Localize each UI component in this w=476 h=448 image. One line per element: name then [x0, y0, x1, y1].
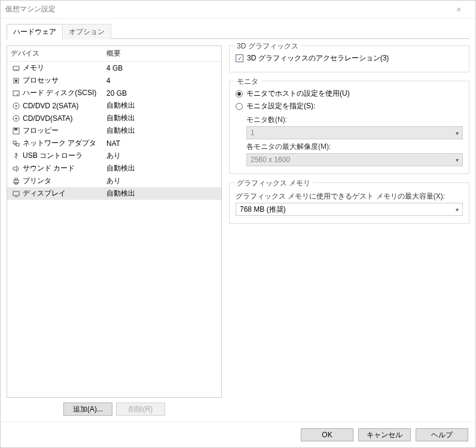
radio-use-host[interactable] [236, 90, 243, 97]
group-monitor: モニタ モニタでホストの設定を使用(U) モニタ設定を指定(S): モニタ数(N… [229, 81, 469, 174]
select-max-resolution: 2560 x 1600 ▾ [246, 153, 463, 166]
svg-rect-14 [13, 141, 16, 144]
tabs: ハードウェア オプション [1, 19, 475, 39]
device-summary: 自動検出 [106, 126, 218, 136]
device-name: CD/DVD(SATA) [23, 114, 73, 123]
svg-rect-5 [15, 80, 17, 82]
svg-point-9 [16, 105, 17, 106]
label-3d-accel: 3D グラフィックスのアクセラレーション(3) [247, 53, 389, 63]
usb-icon [11, 152, 22, 160]
network-icon [11, 139, 22, 148]
group-graphics-memory: グラフィックス メモリ グラフィックス メモリに使用できるゲスト メモリの最大容… [229, 182, 469, 224]
svg-point-11 [16, 117, 17, 119]
header-device: デバイス [11, 48, 106, 59]
floppy-icon [11, 127, 22, 135]
device-summary: 自動検出 [106, 100, 218, 111]
checkbox-3d-accel[interactable]: ✓ [236, 54, 243, 62]
help-button[interactable]: ヘルプ [416, 428, 468, 441]
value-gmem: 768 MB (推奨) [240, 205, 286, 215]
device-name: CD/DVD 2(SATA) [23, 102, 79, 110]
cancel-button[interactable]: キャンセル [358, 428, 411, 441]
device-list-header: デバイス 概要 [7, 46, 221, 62]
chevron-down-icon: ▾ [456, 206, 459, 213]
select-gmem[interactable]: 768 MB (推奨) ▾ [236, 203, 463, 216]
svg-marker-22 [13, 166, 17, 172]
device-name: プロセッサ [23, 75, 59, 86]
device-row[interactable]: メモリ4 GB [7, 62, 221, 74]
header-summary: 概要 [106, 48, 121, 59]
group-3d-graphics: 3D グラフィックス ✓ 3D グラフィックスのアクセラレーション(3) [229, 45, 469, 72]
tab-options[interactable]: オプション [62, 24, 111, 39]
device-summary: NAT [106, 139, 218, 148]
label-use-host: モニタでホストの設定を使用(U) [246, 89, 350, 99]
group-title-monitor: モニタ [234, 77, 261, 87]
group-title-gmem: グラフィックス メモリ [234, 178, 313, 188]
chevron-down-icon: ▾ [456, 157, 459, 163]
hdd-icon [11, 89, 22, 97]
footer: OK キャンセル ヘルプ [1, 422, 475, 447]
display-icon [11, 190, 22, 198]
svg-rect-15 [16, 144, 19, 146]
chevron-down-icon: ▾ [456, 130, 459, 136]
device-summary: あり [106, 176, 218, 186]
add-button[interactable]: 追加(A)... [63, 403, 112, 416]
device-name: ネットワーク アダプタ [23, 138, 96, 148]
window-title: 仮想マシン設定 [5, 4, 447, 14]
tab-hardware[interactable]: ハードウェア [7, 24, 63, 39]
device-row[interactable]: プリンタあり [7, 175, 221, 187]
device-summary: あり [106, 151, 218, 161]
label-monitor-count: モニタ数(N): [246, 112, 463, 126]
device-summary: 自動検出 [106, 163, 218, 173]
device-name: プリンタ [23, 176, 51, 186]
select-monitor-count: 1 ▾ [246, 126, 463, 139]
titlebar: 仮想マシン設定 × [1, 1, 475, 19]
disc-icon [11, 102, 22, 110]
device-name: ディスプレイ [23, 188, 66, 199]
close-icon[interactable]: × [447, 5, 471, 14]
svg-rect-24 [15, 178, 17, 180]
device-name: ハード ディスク(SCSI) [23, 88, 96, 98]
device-row[interactable]: CD/DVD 2(SATA)自動検出 [7, 99, 221, 112]
printer-icon [11, 177, 22, 185]
device-summary: 20 GB [106, 89, 218, 97]
device-summary: 4 [106, 77, 218, 85]
device-summary: 4 GB [106, 64, 218, 72]
memory-icon [11, 64, 22, 72]
device-summary: 自動検出 [106, 188, 218, 199]
remove-button: 削除(R) [116, 403, 165, 416]
device-row[interactable]: ネットワーク アダプタNAT [7, 137, 221, 150]
device-name: フロッピー [23, 126, 59, 136]
device-row[interactable]: ディスプレイ自動検出 [7, 187, 221, 200]
device-name: サウンド カード [23, 163, 75, 173]
label-specify: モニタ設定を指定(S): [246, 101, 315, 111]
device-list: デバイス 概要 メモリ4 GBプロセッサ4ハード ディスク(SCSI)20 GB… [7, 45, 222, 398]
device-row[interactable]: サウンド カード自動検出 [7, 162, 221, 175]
svg-rect-6 [13, 91, 19, 96]
disc-icon [11, 114, 22, 123]
svg-point-7 [17, 94, 18, 95]
group-title-3d: 3D グラフィックス [234, 41, 301, 51]
device-row[interactable]: USB コントローラあり [7, 150, 221, 162]
device-name: メモリ [23, 63, 44, 73]
radio-specify[interactable] [236, 103, 243, 110]
device-row[interactable]: CD/DVD(SATA)自動検出 [7, 112, 221, 124]
ok-button[interactable]: OK [301, 428, 353, 441]
sound-icon [11, 164, 22, 173]
device-row[interactable]: プロセッサ4 [7, 74, 221, 87]
svg-rect-13 [14, 128, 17, 130]
svg-rect-0 [13, 66, 19, 70]
device-name: USB コントローラ [23, 151, 83, 161]
svg-rect-26 [13, 191, 19, 196]
value-monitor-count: 1 [251, 129, 255, 137]
label-max-resolution: 各モニタの最大解像度(M): [246, 139, 463, 153]
device-summary: 自動検出 [106, 113, 218, 123]
value-max-resolution: 2560 x 1600 [251, 156, 290, 164]
device-row[interactable]: ハード ディスク(SCSI)20 GB [7, 87, 221, 99]
label-gmem: グラフィックス メモリに使用できるゲスト メモリの最大容量(X): [236, 189, 463, 203]
device-row[interactable]: フロッピー自動検出 [7, 124, 221, 137]
cpu-icon [11, 77, 22, 85]
